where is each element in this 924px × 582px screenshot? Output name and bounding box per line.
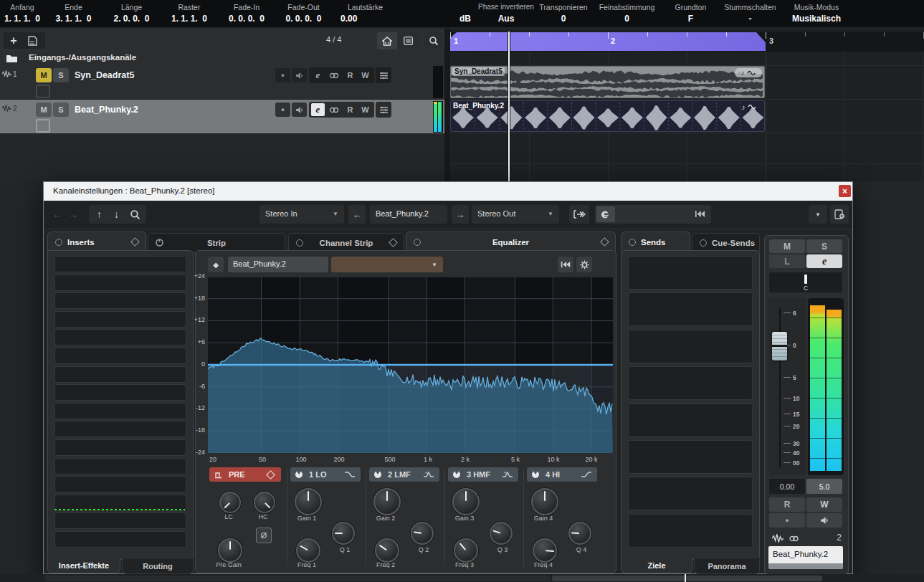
playhead-marker: [685, 574, 686, 582]
scrollbar-thumb[interactable]: [552, 576, 822, 581]
app-root: Anfang 1. 1. 1. 0 Ende 3. 1. 1. 0 Länge …: [0, 0, 924, 582]
project-bottom-scrollbar: [0, 0, 924, 582]
scrollbar-left-segment: [44, 576, 551, 581]
